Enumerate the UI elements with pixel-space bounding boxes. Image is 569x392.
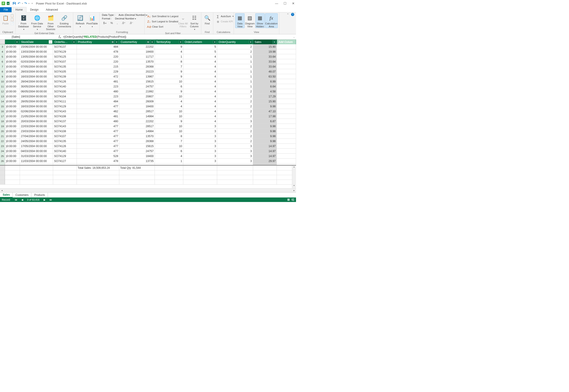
cell-sales[interactable]: 9.98 — [253, 139, 277, 143]
cell[interactable]: SO74143 — [53, 124, 77, 128]
table-row[interactable]: 23)0:00:0017/05/2004 00:00:00SO741264771… — [0, 144, 296, 149]
cell[interactable]: 28/05/2004 00:00:00 — [20, 99, 53, 104]
cell[interactable]: SO74125 — [53, 54, 77, 59]
cell[interactable]: 20807 — [119, 94, 155, 99]
cell[interactable]: )0:00:00 — [5, 54, 20, 59]
row-header[interactable]: 14 — [0, 99, 5, 104]
vertical-scrollbar[interactable]: ▴▾ — [292, 166, 296, 188]
table-row[interactable]: 5)0:00:0013/05/2004 00:00:00SO7412522011… — [0, 54, 296, 59]
cell[interactable]: 4 — [183, 94, 217, 99]
cell[interactable]: 28368 — [119, 139, 155, 143]
cell[interactable]: 18400 — [119, 104, 155, 109]
nav-first-icon[interactable]: ⏮ — [15, 198, 17, 201]
row-header[interactable]: 3 — [0, 44, 5, 49]
percent-button[interactable]: % — [109, 21, 114, 25]
cell[interactable]: 3 — [183, 144, 217, 148]
cell[interactable]: 15615 — [119, 79, 155, 84]
cell[interactable]: 11/03/2004 00:00:00 — [20, 159, 53, 163]
cell[interactable]: )0:00:00 — [5, 144, 20, 148]
cell[interactable]: 472 — [77, 74, 119, 79]
col-sales[interactable]: Sales▾ — [253, 40, 277, 44]
existing-connections-button[interactable]: 🔗Existing Connections — [58, 13, 71, 28]
cell[interactable]: )0:00:00 — [5, 134, 20, 139]
cell[interactable]: 14984 — [119, 129, 155, 134]
cell[interactable]: 7 — [155, 64, 183, 69]
table-row[interactable]: 8)0:00:0028/03/2004 00:00:00SO7410522920… — [0, 69, 296, 74]
cell[interactable]: SO74135 — [53, 64, 77, 69]
cell[interactable]: )0:00:00 — [5, 79, 20, 84]
cell[interactable]: )0:00:00 — [5, 159, 20, 163]
sheet-tab-sales[interactable]: Sales — [0, 193, 13, 197]
cell-sales[interactable]: 17.98 — [253, 114, 277, 119]
clear-sort-button[interactable]: A⊘Clear Sort — [146, 24, 177, 29]
filter-dropdown-icon[interactable]: ▾ — [72, 40, 76, 44]
cell[interactable]: 3 — [183, 139, 217, 143]
relationship-icon[interactable]: ⛓ — [111, 40, 114, 44]
cell[interactable]: 484 — [77, 99, 119, 104]
cell[interactable] — [277, 59, 296, 64]
cell-sales[interactable]: 14.97 — [253, 144, 277, 148]
row-header[interactable]: 26 — [0, 159, 5, 163]
cell[interactable]: 13570 — [119, 59, 155, 64]
cell[interactable]: 13967 — [119, 74, 155, 79]
decrease-decimal-button[interactable]: .0⁻ — [128, 21, 134, 25]
cell[interactable]: 28517 — [119, 109, 155, 114]
cell[interactable]: 1 — [217, 74, 253, 79]
cell[interactable] — [277, 94, 296, 99]
cell[interactable] — [277, 104, 296, 109]
cell[interactable] — [277, 89, 296, 94]
cell[interactable]: 4 — [183, 119, 217, 124]
cell-sales[interactable]: 9.98 — [253, 129, 277, 134]
cell[interactable]: SO74108 — [53, 129, 77, 134]
cell[interactable]: 9 — [155, 119, 183, 124]
paste-button[interactable]: 📋 Paste — [1, 13, 10, 25]
table-row[interactable]: 14)0:00:0028/05/2004 00:00:00SO741114842… — [0, 99, 296, 104]
row-header[interactable]: 19 — [0, 124, 5, 128]
cell-sales[interactable]: 14.97 — [253, 154, 277, 158]
row-header[interactable]: 9 — [0, 74, 5, 79]
nav-next-icon[interactable]: ▶ — [44, 198, 45, 201]
cell[interactable] — [277, 114, 296, 119]
row-header[interactable]: 10 — [0, 79, 5, 84]
cell[interactable]: SO74135 — [53, 139, 77, 143]
cell-sales[interactable]: 8.64 — [253, 84, 277, 89]
cell[interactable]: SO74111 — [53, 164, 77, 165]
undo-icon[interactable]: ↶ — [18, 1, 21, 5]
cell[interactable]: 1 — [217, 64, 253, 69]
measure-row[interactable] — [0, 180, 296, 185]
cell[interactable]: 478 — [77, 49, 119, 54]
cell[interactable]: 484 — [77, 44, 119, 49]
redo-icon[interactable]: ↷ — [24, 1, 27, 5]
row-header[interactable]: 20 — [0, 129, 5, 134]
row-header[interactable]: 12 — [0, 89, 5, 94]
cell[interactable]: )0:00:00 — [5, 89, 20, 94]
cell[interactable]: )0:00:00 — [5, 44, 20, 49]
autosum-button[interactable]: ∑AutoSum▾ — [215, 14, 235, 19]
cell[interactable]: 480 — [77, 119, 119, 124]
cell[interactable]: 9 — [155, 89, 183, 94]
table-row[interactable]: 11)0:00:0030/05/2004 00:00:00SO741402232… — [0, 84, 296, 89]
cell[interactable]: 481 — [77, 79, 119, 84]
cell[interactable]: 22202 — [119, 119, 155, 124]
cell[interactable]: 2 — [217, 89, 253, 94]
cell[interactable]: 1 — [217, 54, 253, 59]
cell[interactable]: 4 — [183, 64, 217, 69]
cell[interactable]: 23/03/2004 00:00:00 — [20, 129, 53, 134]
cell[interactable] — [277, 124, 296, 128]
cell[interactable]: 9 — [155, 74, 183, 79]
tab-home[interactable]: Home — [12, 7, 27, 13]
cell-sales[interactable]: 48.07 — [253, 69, 277, 74]
cell[interactable]: 4 — [183, 114, 217, 119]
cell-sales[interactable]: 15.90 — [253, 99, 277, 104]
row-header[interactable]: 18 — [0, 119, 5, 124]
table-row[interactable]: 20)0:00:0023/03/2004 00:00:00SO741084771… — [0, 129, 296, 134]
cell[interactable] — [277, 99, 296, 104]
cell[interactable]: 13/05/2004 00:00:00 — [20, 54, 53, 59]
formula-expand[interactable]: ⌄ — [292, 36, 296, 38]
cell[interactable]: 2 — [217, 124, 253, 128]
cell[interactable]: 02/06/2004 00:00:00 — [20, 109, 53, 114]
clear-filters-button[interactable]: ⌄Clear All Filters — [178, 13, 188, 28]
cell[interactable]: 3 — [183, 149, 217, 154]
table-row[interactable]: 19)0:00:0022/03/2004 00:00:00SO741434772… — [0, 124, 296, 129]
cell[interactable]: 6 — [155, 84, 183, 89]
